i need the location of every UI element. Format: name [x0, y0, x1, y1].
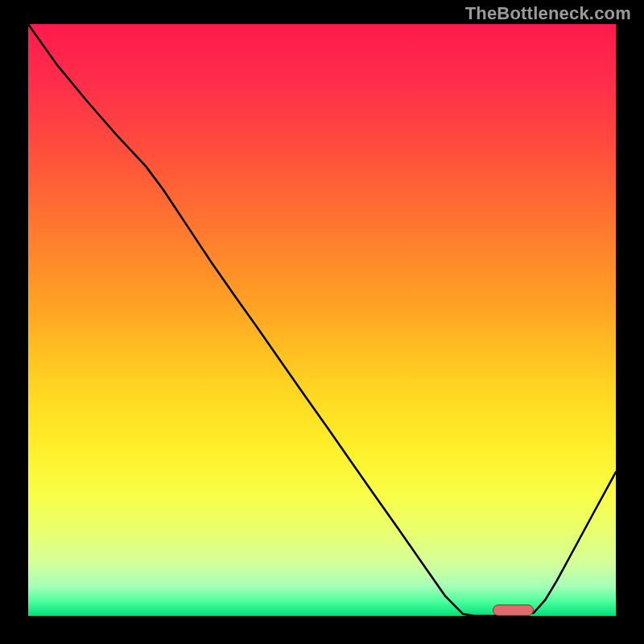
gradient-background — [28, 24, 616, 616]
plot-area — [28, 24, 616, 616]
chart-svg — [28, 24, 616, 616]
optimal-range-marker — [493, 605, 534, 616]
watermark-text: TheBottleneck.com — [465, 3, 631, 24]
chart-frame: TheBottleneck.com — [0, 0, 644, 644]
